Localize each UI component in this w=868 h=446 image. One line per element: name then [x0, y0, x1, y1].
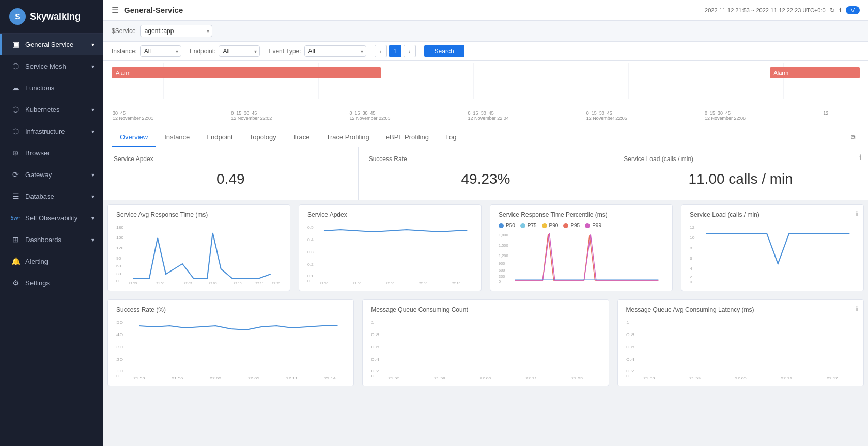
service-apdex-svg: 0.5 0.4 0.3 0.2 0.1 0 21:53 21:58 22:03 …: [307, 222, 473, 284]
legend-p90-label: P90: [549, 222, 559, 228]
kpi-success-rate-value: 49.23%: [369, 167, 603, 192]
success-rate-svg: 50 40 30 20 10 0 21:53 21:56 22:02 22:05…: [116, 317, 345, 379]
logo: S Skywalking: [0, 0, 103, 34]
svg-text:22:05: 22:05: [735, 376, 746, 379]
tab-topology[interactable]: Topology: [241, 128, 285, 147]
svg-text:0: 0: [307, 279, 310, 283]
header-right: 2022-11-12 21:53 ~ 2022-11-12 22:23 UTC+…: [705, 6, 860, 14]
svg-text:12: 12: [690, 225, 695, 230]
tab-copy-icon[interactable]: ⧉: [847, 129, 860, 146]
service-load-info-icon[interactable]: ℹ: [856, 210, 858, 218]
dashboard: Overview Instance Endpoint Topology Trac…: [103, 128, 868, 446]
instance-select[interactable]: All: [140, 45, 181, 57]
svg-text:0: 0: [116, 374, 120, 378]
event-type-filter-group: Event Type: All: [268, 45, 366, 57]
refresh-icon[interactable]: ↻: [830, 7, 835, 14]
svg-text:300: 300: [499, 274, 505, 279]
svg-text:22:02: 22:02: [210, 376, 221, 379]
menu-icon[interactable]: ☰: [112, 5, 119, 15]
sidebar-item-general-service[interactable]: ▣ General Service ▾: [0, 34, 103, 55]
timeline-time-labels: 30 45 12 November 22:01 0 15 30 45 12 No…: [112, 110, 860, 121]
charts-row-2: Success Rate (%) 50 40 30 20 10 0 21:53 …: [103, 295, 868, 390]
tab-overview[interactable]: Overview: [112, 128, 156, 147]
alerting-icon: 🔔: [11, 257, 20, 266]
tab-endpoint[interactable]: Endpoint: [198, 128, 241, 147]
sidebar-label-self-obs: Self Observability: [25, 214, 78, 222]
svg-text:0.4: 0.4: [371, 357, 380, 362]
svg-text:22:23: 22:23: [272, 281, 281, 284]
search-button[interactable]: Search: [424, 45, 464, 57]
kpi-success-rate-title: Success Rate: [369, 155, 603, 163]
tab-trace[interactable]: Trace: [285, 128, 318, 147]
chart-mq-count-title: Message Queue Consuming Count: [371, 306, 600, 313]
chevron-dashboards: ▾: [91, 237, 94, 243]
svg-text:22:11: 22:11: [526, 376, 537, 379]
top-header: ☰ General-Service 2022-11-12 21:53 ~ 202…: [103, 0, 868, 21]
service-select[interactable]: agent::app: [140, 25, 212, 37]
legend-p75-label: P75: [528, 222, 537, 228]
avg-response-line: [133, 233, 271, 278]
svg-text:22:08: 22:08: [419, 281, 428, 284]
sidebar-item-browser[interactable]: ⊕ Browser: [0, 142, 103, 164]
chart-avg-response-area: 180 150 120 90 60 30 0 21:53 21:58 22:03: [116, 222, 282, 284]
page-prev-button[interactable]: ‹: [375, 45, 387, 57]
svg-text:0.6: 0.6: [626, 345, 635, 349]
endpoint-select[interactable]: All: [219, 45, 260, 57]
svg-text:1,200: 1,200: [499, 253, 508, 258]
svg-text:6: 6: [690, 256, 692, 261]
success-rate-line: [139, 326, 337, 330]
sidebar-item-gateway[interactable]: ⟳ Gateway ▾: [0, 164, 103, 185]
svg-text:0: 0: [499, 279, 501, 283]
sidebar-item-kubernetes[interactable]: ⬡ Kubernetes ▾: [0, 99, 103, 120]
event-type-select[interactable]: All: [304, 45, 366, 57]
chart-service-load-title: Service Load (calls / min): [690, 211, 760, 218]
chevron-database: ▾: [91, 194, 94, 199]
page-number: 1: [389, 45, 401, 57]
tab-instance[interactable]: Instance: [156, 128, 198, 147]
page-next-button[interactable]: ›: [404, 45, 416, 57]
kubernetes-icon: ⬡: [11, 105, 20, 114]
toggle-button[interactable]: V: [846, 6, 860, 14]
svg-text:21:53: 21:53: [320, 281, 329, 284]
svg-text:0.3: 0.3: [307, 250, 314, 254]
svg-text:0.4: 0.4: [307, 237, 314, 242]
sidebar: S Skywalking ▣ General Service ▾ ⬡ Servi…: [0, 0, 103, 446]
svg-text:10: 10: [116, 369, 123, 373]
sidebar-item-database[interactable]: ☰ Database ▾: [0, 185, 103, 207]
sidebar-item-infrastructure[interactable]: ⬡ Infrastructure ▾: [0, 120, 103, 142]
chart-mq-latency-title: Message Queue Avg Consuming Latency (ms): [626, 306, 754, 313]
avg-response-svg: 180 150 120 90 60 30 0 21:53 21:58 22:03: [116, 222, 282, 284]
toggle-label: V: [851, 7, 855, 13]
sidebar-item-alerting[interactable]: 🔔 Alerting: [0, 250, 103, 272]
instance-filter-group: Instance: All: [112, 45, 181, 57]
svg-text:0.8: 0.8: [371, 332, 380, 337]
svg-text:0: 0: [626, 374, 630, 378]
chart-mq-latency: Message Queue Avg Consuming Latency (ms)…: [617, 299, 864, 386]
tab-trace-profiling[interactable]: Trace Profiling: [318, 128, 377, 147]
endpoint-label: Endpoint:: [190, 47, 216, 55]
mq-latency-info-icon[interactable]: ℹ: [856, 305, 858, 313]
sidebar-item-settings[interactable]: ⚙ Settings: [0, 272, 103, 294]
svg-text:0.6: 0.6: [371, 345, 380, 349]
svg-text:0.2: 0.2: [307, 262, 314, 267]
svg-text:22:13: 22:13: [234, 281, 242, 284]
sidebar-item-dashboards[interactable]: ⊞ Dashboards ▾: [0, 229, 103, 250]
sidebar-item-self-observability[interactable]: 5w↑ Self Observability ▾: [0, 207, 103, 229]
kpi-service-apdex-title: Service Apdex: [114, 155, 348, 163]
sidebar-item-functions[interactable]: ☁ Functions: [0, 77, 103, 99]
page-nav: ‹ 1 ›: [375, 45, 416, 57]
timeline-svg: Alarm Alarm: [112, 63, 860, 99]
tab-log[interactable]: Log: [437, 128, 465, 147]
instance-label: Instance:: [112, 47, 137, 55]
tab-ebpf-profiling[interactable]: eBPF Profiling: [378, 128, 437, 147]
info-icon[interactable]: ℹ: [839, 7, 842, 14]
chevron-infrastructure: ▾: [91, 129, 94, 134]
kpi-info-icon[interactable]: ℹ: [859, 153, 862, 162]
svg-text:1,800: 1,800: [499, 233, 508, 237]
filter-bar: Instance: All Endpoint: All Event Type: …: [103, 42, 868, 61]
response-percentile-svg: 1,800 1,500 1,200 900 600 300 0: [499, 231, 664, 283]
sidebar-label-settings: Settings: [25, 279, 50, 287]
svg-text:21:53: 21:53: [389, 376, 400, 379]
sidebar-item-service-mesh[interactable]: ⬡ Service Mesh ▾: [0, 55, 103, 77]
chart-success-rate-area: 50 40 30 20 10 0 21:53 21:56 22:02 22:05…: [116, 317, 345, 379]
